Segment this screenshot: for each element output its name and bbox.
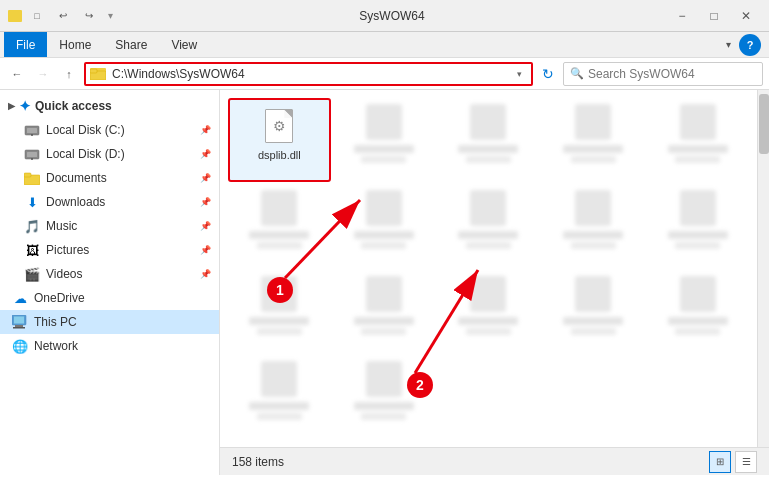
blurred-icon-9 [680,190,716,226]
blurred-text-10 [257,242,302,249]
local-disk-d-icon [24,146,40,162]
file-item-dsplib[interactable]: ⚙ dsplib.dll [228,98,331,182]
view-list-button[interactable]: ☰ [735,451,757,473]
help-button[interactable]: ? [739,34,761,56]
sidebar-quick-access-header[interactable]: ▶ ✦ Quick access [0,94,219,118]
blurred-text-14 [466,242,511,249]
menu-share[interactable]: Share [103,34,159,56]
blurred-text-29 [249,402,309,410]
sidebar-label-pictures: Pictures [46,243,193,257]
onedrive-icon: ☁ [12,290,28,306]
sidebar-item-pictures[interactable]: 🖼 Pictures 📌 [0,238,219,262]
address-bar[interactable]: C:\Windows\SysWOW64 ▾ [84,62,533,86]
sidebar-item-local-disk-d[interactable]: Local Disk (D:) 📌 [0,142,219,166]
blurred-text-4 [466,156,511,163]
file-name-dsplib: dsplib.dll [258,149,301,161]
menu-expand-icon[interactable]: ▾ [718,35,739,54]
file-item-blurred-11[interactable] [333,270,436,354]
quick-access-btn-1[interactable]: □ [26,5,48,27]
forward-button[interactable]: → [32,63,54,85]
sidebar-item-music[interactable]: 🎵 Music 📌 [0,214,219,238]
file-item-blurred-14[interactable] [646,270,749,354]
blurred-text-2 [361,156,406,163]
file-item-blurred-13[interactable] [542,270,645,354]
blurred-icon-14 [680,276,716,312]
file-item-blurred-4[interactable] [646,98,749,182]
sidebar-item-documents[interactable]: Documents 📌 [0,166,219,190]
sidebar-item-local-disk-c[interactable]: Local Disk (C:) 📌 [0,118,219,142]
this-pc-icon [12,314,28,330]
sidebar-label-this-pc: This PC [34,315,211,329]
file-item-blurred-10[interactable] [228,270,331,354]
file-item-blurred-9[interactable] [646,184,749,268]
sidebar-label-music: Music [46,219,193,233]
back-button[interactable]: ← [6,63,28,85]
file-item-blurred-1[interactable] [333,98,436,182]
search-bar: 🔍 [563,62,763,86]
view-grid-button[interactable]: ⊞ [709,451,731,473]
file-item-blurred-5[interactable] [228,184,331,268]
file-grid: ⚙ dsplib.dll [220,90,757,447]
sidebar-item-this-pc[interactable]: This PC [0,310,219,334]
scrollbar-track[interactable] [757,90,769,447]
sidebar-label-local-disk-d: Local Disk (D:) [46,147,193,161]
menu-file[interactable]: File [4,32,47,57]
blurred-icon-6 [366,190,402,226]
blurred-text-31 [354,402,414,410]
scrollbar-thumb[interactable] [759,94,769,154]
quick-access-btn-2[interactable]: ↩ [52,5,74,27]
file-item-blurred-12[interactable] [437,270,540,354]
blurred-text-3 [458,145,518,153]
pin-icon-vids: 📌 [199,268,211,280]
dll-gear-icon: ⚙ [273,118,286,134]
documents-folder-icon [24,170,40,186]
blurred-icon-7 [470,190,506,226]
search-icon: 🔍 [570,67,584,80]
blurred-text-15 [563,231,623,239]
sidebar-item-videos[interactable]: 🎬 Videos 📌 [0,262,219,286]
blurred-icon-15 [261,361,297,397]
svg-rect-9 [24,173,31,177]
blurred-icon-16 [366,361,402,397]
blurred-text-21 [354,317,414,325]
svg-rect-13 [13,327,25,329]
menu-bar: File Home Share View ▾ ? [0,32,769,58]
svg-point-4 [31,134,33,136]
refresh-button[interactable]: ↻ [537,63,559,85]
pictures-icon: 🖼 [24,242,40,258]
file-item-blurred-15[interactable] [228,355,331,439]
file-item-blurred-8[interactable] [542,184,645,268]
file-item-blurred-7[interactable] [437,184,540,268]
sidebar-item-onedrive[interactable]: ☁ OneDrive [0,286,219,310]
blurred-text-16 [571,242,616,249]
sidebar-label-local-disk-c: Local Disk (C:) [46,123,193,137]
address-dropdown-icon[interactable]: ▾ [511,66,527,82]
menu-view[interactable]: View [159,34,209,56]
file-item-blurred-2[interactable] [437,98,540,182]
blurred-text-8 [675,156,720,163]
blurred-icon-11 [366,276,402,312]
quick-access-star-icon: ✦ [19,98,31,114]
dll-page-icon: ⚙ [265,109,293,143]
address-path-text: C:\Windows\SysWOW64 [112,67,511,81]
minimize-button[interactable]: − [667,5,697,27]
blurred-icon-8 [575,190,611,226]
title-bar: □ ↩ ↪ ▾ SysWOW64 − □ ✕ [0,0,769,32]
blurred-icon-2 [470,104,506,140]
file-item-blurred-3[interactable] [542,98,645,182]
close-button[interactable]: ✕ [731,5,761,27]
sidebar-item-downloads[interactable]: ⬇ Downloads 📌 [0,190,219,214]
blurred-text-1 [354,145,414,153]
quick-access-btn-3[interactable]: ↪ [78,5,100,27]
menu-home[interactable]: Home [47,34,103,56]
maximize-button[interactable]: □ [699,5,729,27]
blurred-text-13 [458,231,518,239]
file-item-blurred-16[interactable] [333,355,436,439]
sidebar-item-network[interactable]: 🌐 Network [0,334,219,358]
file-item-blurred-6[interactable] [333,184,436,268]
up-button[interactable]: ↑ [58,63,80,85]
window-title: SysWOW64 [117,9,667,23]
blurred-text-25 [563,317,623,325]
search-input[interactable] [588,67,756,81]
blurred-text-30 [257,413,302,420]
